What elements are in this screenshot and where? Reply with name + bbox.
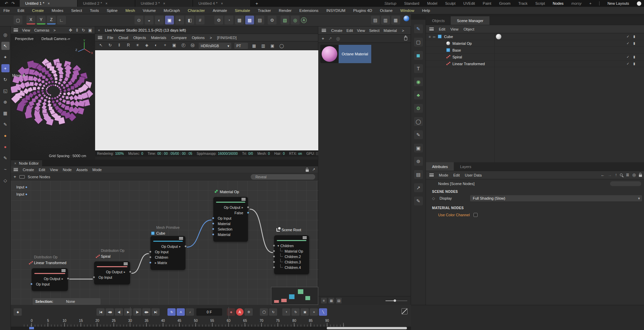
- tag-icon[interactable]: ▮: [633, 35, 635, 38]
- character-icon[interactable]: ◉: [414, 77, 423, 86]
- viewport-solo-icon[interactable]: ▢: [14, 16, 22, 24]
- mode-object-icon[interactable]: ▣: [165, 16, 174, 24]
- node-menu-icon[interactable]: [274, 236, 309, 239]
- grid-view-icon[interactable]: ▦: [328, 298, 334, 304]
- port-false[interactable]: False: [213, 210, 248, 216]
- display-dropdown[interactable]: Full Shading (Slow)▾: [470, 195, 642, 201]
- camera-mode-label[interactable]: Perspective: [13, 36, 36, 41]
- child-port[interactable]: Children.4: [274, 265, 309, 270]
- delete-material-icon[interactable]: [404, 37, 407, 40]
- sculpt-pen-icon[interactable]: ✎: [414, 197, 423, 205]
- boolean-icon[interactable]: ▣: [414, 144, 423, 152]
- target-icon[interactable]: ◎: [632, 172, 636, 177]
- attributes-menu-item[interactable]: Mode: [439, 173, 448, 177]
- node-minimap[interactable]: [271, 287, 318, 305]
- menu-item[interactable]: Character: [188, 8, 205, 13]
- close-tab-icon[interactable]: ×: [105, 2, 107, 5]
- document-tab[interactable]: Untitled 2 *×: [77, 0, 135, 7]
- child-port[interactable]: Children.2: [274, 254, 309, 259]
- sound-button[interactable]: ♪: [186, 308, 194, 316]
- viewport-menu-view[interactable]: View: [22, 28, 30, 32]
- scene-row-base[interactable]: ≡∞ Base ✓ ▮: [426, 47, 644, 54]
- tag-icon[interactable]: ▮: [633, 41, 635, 45]
- port-op-output[interactable]: Op Output▸: [150, 244, 185, 249]
- axis-lock-y[interactable]: Y: [37, 16, 46, 24]
- mode-points-icon[interactable]: ⊙: [135, 16, 143, 24]
- autokey-range-button[interactable]: A: [177, 308, 185, 316]
- menu-item[interactable]: Octane: [380, 8, 392, 13]
- tab-objects[interactable]: Objects: [426, 16, 451, 25]
- node-editor-menu-item[interactable]: Create: [23, 168, 34, 172]
- close-icon[interactable]: ×: [14, 162, 16, 165]
- viewport-canvas[interactable]: Perspective Default Camera ▱ Y X Z Move✥…: [11, 34, 95, 160]
- node-editor-menu-item[interactable]: Assets: [76, 168, 88, 172]
- menu-item[interactable]: INSYDIUM: [326, 8, 345, 13]
- material-picker-icon[interactable]: Ⓜ: [190, 43, 196, 49]
- chevron-right-icon[interactable]: >: [402, 29, 404, 33]
- node-material-op[interactable]: Op Output▸ False Op InputMaterialSelecti…: [213, 197, 248, 242]
- menu-item[interactable]: Volume: [143, 8, 156, 13]
- spline-pen-icon[interactable]: ✎: [414, 130, 423, 139]
- axis-lock-x[interactable]: X: [26, 16, 35, 24]
- node-menu-icon[interactable]: [150, 237, 185, 240]
- simulate-cloth-icon[interactable]: ▧: [281, 16, 289, 24]
- timeline-scroll-strip[interactable]: [11, 327, 411, 330]
- material-menu-item[interactable]: Edit: [346, 29, 353, 33]
- keying-settings-button[interactable]: ⚙: [245, 308, 253, 316]
- prev-key-button[interactable]: ◀◆: [106, 308, 114, 316]
- render-settings-icon[interactable]: ☀: [135, 43, 141, 49]
- menu-item[interactable]: Animate: [213, 8, 227, 13]
- layout-toggle[interactable]: [637, 1, 641, 6]
- simulate-auto-icon[interactable]: A: [301, 17, 307, 23]
- history-icon[interactable]: ◔: [225, 16, 233, 24]
- up-icon[interactable]: ↑: [615, 172, 617, 177]
- layout-paint[interactable]: Paint: [483, 1, 491, 5]
- scale-tool[interactable]: ◱: [1, 87, 10, 95]
- menu-item[interactable]: Tracker: [258, 8, 271, 13]
- attributes-menu-item[interactable]: Edit: [453, 173, 460, 177]
- rotation-key-button[interactable]: ↻: [291, 308, 300, 316]
- node-editor-menu-item[interactable]: Edit: [39, 168, 45, 172]
- tab-scene-manager[interactable]: Scene Manager: [451, 16, 489, 25]
- rotation-capture-button[interactable]: ↻: [269, 308, 277, 316]
- menu-item[interactable]: MoGraph: [164, 8, 180, 13]
- node-port[interactable]: Op Input: [213, 216, 248, 221]
- port-op-output[interactable]: Op Output▸: [213, 205, 248, 210]
- port-op-output[interactable]: Op Output▸: [32, 276, 68, 281]
- mouse-record-button[interactable]: ◯: [260, 308, 268, 316]
- layout-track[interactable]: Track: [518, 1, 527, 5]
- keyframe-diamond-icon[interactable]: ◇: [432, 196, 435, 201]
- scene-menu-item[interactable]: View: [450, 27, 459, 31]
- pen-tool[interactable]: ✎: [1, 154, 10, 162]
- node-graph-canvas[interactable]: InputInput Distribution Op Linear Transf…: [11, 181, 318, 305]
- child-port[interactable]: Material Op: [274, 249, 309, 254]
- layout-standard[interactable]: Standard: [404, 1, 419, 5]
- text-tool-icon[interactable]: T: [414, 64, 423, 73]
- section-scene-nodes[interactable]: SCENE NODES: [426, 188, 644, 195]
- scrollbar-handle[interactable]: [327, 327, 407, 329]
- mode-fragment-icon[interactable]: ✦: [175, 16, 184, 24]
- node-editor-menu-item[interactable]: Node: [63, 168, 72, 172]
- scene-row-spiral[interactable]: ≡∞ Spiral ✓ ▮: [426, 54, 644, 60]
- scene-row-material-op[interactable]: ≡∞ Material Op ✓ ▮: [426, 40, 644, 47]
- goto-start-button[interactable]: |◀: [96, 308, 105, 316]
- restart-icon[interactable]: ↻: [107, 43, 113, 49]
- current-frame-field[interactable]: 0 F: [196, 308, 222, 316]
- node-linear-transformed[interactable]: Op Output▸ Op Input: [32, 268, 68, 291]
- enabled-check-icon[interactable]: ✓: [627, 55, 629, 59]
- tag-icon[interactable]: ▮: [633, 55, 635, 59]
- close-icon[interactable]: ×: [98, 28, 100, 32]
- node-editor-menu-item[interactable]: View: [50, 168, 58, 172]
- value-pill[interactable]: [610, 181, 641, 186]
- quantize-icon[interactable]: ▦: [235, 16, 244, 24]
- document-tab[interactable]: Untitled 3 *×: [135, 0, 193, 7]
- next-key-button[interactable]: ◆▶: [142, 308, 150, 316]
- timeline-ruler[interactable]: 051015202530354045505560657075808590: [23, 318, 335, 323]
- link-icon[interactable]: ∞: [433, 35, 435, 39]
- node-spiral[interactable]: Op Output▸ Op Input: [94, 261, 130, 285]
- material-item[interactable]: Octane Material: [320, 45, 371, 63]
- live-selection-tool[interactable]: ◎: [1, 31, 10, 39]
- node-port[interactable]: Op Input: [150, 249, 185, 255]
- lock-icon[interactable]: [306, 169, 309, 172]
- grid-icon[interactable]: #: [196, 16, 204, 24]
